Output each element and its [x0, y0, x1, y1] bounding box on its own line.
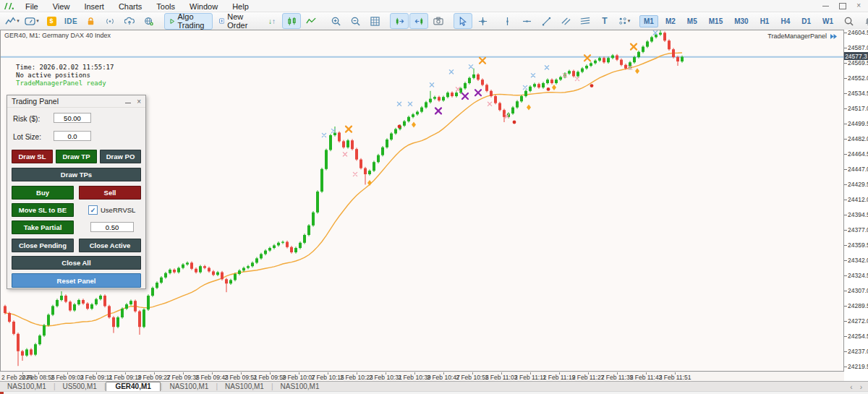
menu-tools[interactable]: Tools — [149, 1, 182, 12]
timeframe-w1[interactable]: W1 — [818, 15, 838, 27]
menu-view[interactable]: View — [46, 1, 77, 12]
price-tick — [844, 321, 847, 322]
price-tick-label: 24429.5 — [848, 181, 868, 188]
text-tool[interactable]: T — [595, 13, 614, 29]
screenshot-camera-button[interactable] — [429, 13, 448, 29]
price-tick-label: 24272.0 — [848, 317, 868, 325]
signal-dot-icon — [547, 87, 550, 91]
signal-diamond-icon — [367, 180, 372, 186]
panel-minimize-button[interactable] — [125, 103, 131, 103]
zoom-in-button[interactable] — [326, 13, 345, 29]
community-globe-icon[interactable] — [140, 13, 158, 29]
risk-input[interactable] — [54, 113, 91, 123]
window-restore-button[interactable] — [839, 3, 846, 9]
panel-close-button[interactable]: × — [137, 98, 141, 106]
draw-tps-button[interactable]: Draw TPs — [12, 168, 141, 181]
timeframe-m2[interactable]: M2 — [661, 15, 680, 27]
timeframe-m5[interactable]: M5 — [683, 15, 702, 27]
menu-file[interactable]: File — [18, 1, 46, 12]
chart-tab-1[interactable]: US500,M1 — [56, 382, 104, 391]
window-close-button[interactable]: × — [856, 3, 861, 9]
search-icon[interactable] — [839, 13, 858, 29]
trendline-tool[interactable] — [537, 13, 556, 29]
tab-scroll-right[interactable]: › — [860, 383, 862, 391]
chart-type-button[interactable]: ▾ — [3, 13, 22, 29]
timeframe-m30[interactable]: M30 — [730, 15, 752, 27]
cursor-tool-button[interactable] — [454, 13, 472, 29]
price-tick-label: 24394.5 — [848, 211, 868, 218]
timeframe-m15[interactable]: M15 — [705, 15, 727, 27]
signal-x-blue-icon — [523, 85, 527, 89]
price-tick — [844, 367, 847, 367]
algo-trading-button[interactable]: Algo Trading — [164, 13, 213, 30]
chart-plot-area[interactable]: GER40, M1: Germany DAX 40 Index Time: 20… — [0, 30, 844, 372]
timeframe-d1[interactable]: D1 — [797, 15, 815, 27]
signal-x-orange-icon — [631, 44, 637, 50]
play-icon — [170, 17, 175, 25]
menu-window[interactable]: Window — [182, 1, 225, 12]
partial-ratio-input[interactable] — [90, 222, 134, 232]
price-tick — [844, 108, 847, 109]
auto-scroll-button[interactable] — [409, 13, 428, 29]
panel-toggle-icon — [830, 33, 838, 40]
move-sl-to-be-button[interactable]: Move SL to BE — [12, 203, 74, 217]
price-axis[interactable]: 24604.524587.024569.524552.024534.524517… — [844, 30, 868, 381]
broadcast-icon[interactable] — [101, 13, 119, 29]
use-rrvsl-checkbox[interactable]: ✓ UseRRVSL — [88, 205, 135, 215]
menu-help[interactable]: Help — [225, 1, 256, 12]
new-order-button[interactable]: New Order — [213, 13, 257, 30]
draw-sl-button[interactable]: Draw SL — [12, 150, 53, 163]
price-tick-label: 24237.0 — [848, 348, 868, 355]
fibonacci-tool[interactable] — [576, 13, 595, 29]
trading-panel-titlebar[interactable]: Trading Panel × — [7, 95, 145, 108]
menu-charts[interactable]: Charts — [111, 1, 149, 12]
market-dollar-icon[interactable]: $ — [42, 13, 61, 29]
signal-x-purple-icon — [435, 108, 441, 114]
take-partial-button[interactable]: Take Partial — [12, 220, 74, 234]
timeframe-h4[interactable]: H4 — [776, 15, 794, 27]
crosshair-tool-button[interactable] — [473, 13, 492, 29]
lock-icon[interactable] — [81, 13, 100, 29]
line-mode-button[interactable] — [302, 13, 320, 29]
candles-mode-button[interactable] — [282, 13, 301, 29]
chart-tab-3[interactable]: NAS100,M1 — [162, 382, 216, 391]
timeframe-h1[interactable]: H1 — [756, 15, 774, 27]
window-minimize-button[interactable] — [822, 6, 829, 7]
draw-tp-button[interactable]: Draw TP — [56, 150, 97, 163]
sort-arrows-icon[interactable]: ↓↑ — [263, 13, 281, 29]
channel-tool[interactable] — [556, 13, 575, 29]
horizontal-line-tool[interactable] — [517, 13, 536, 29]
price-tick — [844, 63, 847, 64]
price-tick-label: 24552.0 — [848, 74, 868, 82]
shift-end-button[interactable] — [390, 13, 409, 29]
menu-insert[interactable]: Insert — [77, 1, 111, 12]
chart-tab-5[interactable]: NAS100,M1 — [273, 382, 327, 391]
trade-manager-panel-label[interactable]: TradeManagerPanel — [767, 33, 838, 40]
status-strip — [0, 391, 868, 394]
chart-tab-4[interactable]: NAS100,M1 — [218, 382, 271, 391]
buy-button[interactable]: Buy — [12, 186, 74, 200]
timeframe-list: M1M2M5M15M30H1H4D1W1 — [639, 15, 838, 27]
price-tick — [844, 260, 847, 261]
chart-tab-2[interactable]: GER40,M1 — [106, 382, 160, 391]
price-tick — [844, 215, 847, 215]
close-pending-button[interactable]: Close Pending — [12, 239, 74, 252]
lot-size-input[interactable] — [54, 131, 91, 141]
zoom-out-button[interactable] — [346, 13, 365, 29]
sell-button[interactable]: Sell — [79, 186, 141, 200]
close-active-button[interactable]: Close Active — [79, 239, 141, 252]
timeframe-m1[interactable]: M1 — [639, 15, 658, 27]
notifications-bell-icon[interactable]: 1 — [859, 13, 868, 29]
cloud-upload-icon[interactable] — [120, 13, 139, 29]
vertical-line-tool[interactable] — [498, 13, 516, 29]
grid-button[interactable] — [365, 13, 384, 29]
reset-panel-button[interactable]: Reset Panel — [12, 273, 141, 288]
profile-gauge-button[interactable]: ▾ — [22, 13, 41, 29]
ide-button[interactable]: IDE — [61, 13, 80, 29]
signal-x-purple-icon — [462, 93, 468, 99]
close-all-button[interactable]: Close All — [12, 256, 141, 270]
draw-po-button[interactable]: Draw PO — [100, 150, 141, 163]
shapes-tool[interactable]: ▾ — [615, 13, 634, 29]
chart-tab-0[interactable]: NAS100,M1 — [0, 382, 54, 391]
tab-scroll-left[interactable]: ‹ — [850, 383, 852, 391]
